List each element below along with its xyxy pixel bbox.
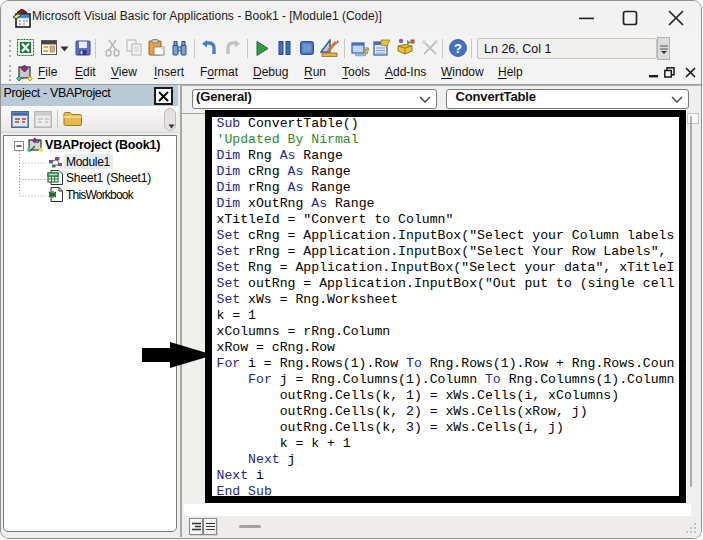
- svg-text:?: ?: [454, 41, 462, 56]
